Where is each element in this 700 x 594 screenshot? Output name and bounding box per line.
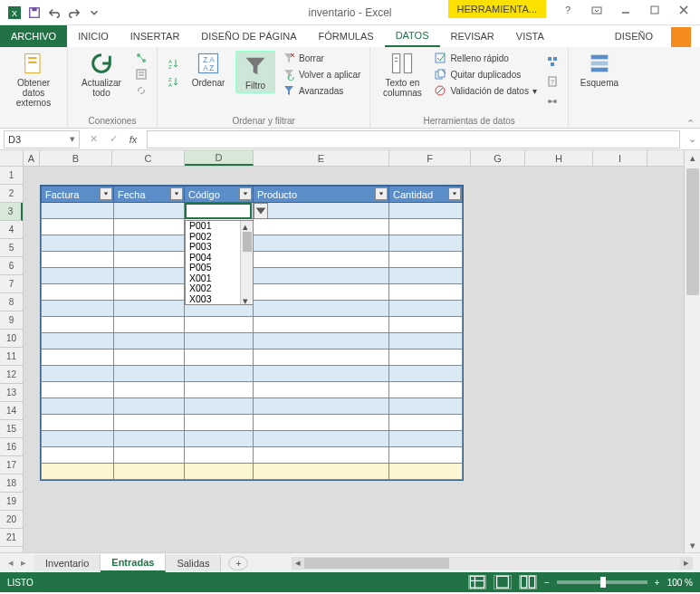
table-cell[interactable] [254, 398, 389, 415]
add-sheet-button[interactable]: + [228, 556, 248, 570]
table-cell[interactable] [185, 431, 254, 447]
table-cell[interactable] [254, 447, 389, 464]
table-cell[interactable] [42, 235, 114, 252]
sort-asc-button[interactable]: AZ [165, 56, 181, 71]
table-cell[interactable] [254, 333, 389, 350]
scroll-thumb[interactable] [243, 232, 252, 252]
select-all-button[interactable] [0, 150, 24, 167]
col-header-b[interactable]: B [40, 150, 112, 166]
table-cell[interactable] [185, 317, 254, 333]
save-icon[interactable] [27, 5, 42, 20]
table-cell[interactable] [254, 301, 389, 317]
scroll-thumb[interactable] [686, 168, 699, 295]
table-cell[interactable] [185, 350, 254, 366]
table-cell[interactable] [42, 415, 114, 431]
volver-aplicar-button[interactable]: Volver a aplicar [281, 67, 362, 81]
close-icon[interactable] [671, 0, 696, 20]
tab-formulas[interactable]: FÓRMULAS [308, 25, 385, 47]
conexiones-button[interactable] [133, 51, 149, 65]
col-header-g[interactable]: G [471, 150, 525, 166]
table-cell[interactable] [389, 268, 463, 284]
row-header-12[interactable]: 12 [0, 366, 23, 384]
data-validation-dropdown-button[interactable] [254, 203, 268, 219]
table-cell[interactable] [254, 268, 389, 284]
dropdown-scrollbar[interactable]: ▴ ▾ [240, 221, 253, 304]
table-cell[interactable] [185, 447, 254, 464]
zoom-thumb[interactable] [600, 577, 606, 588]
table-cell[interactable] [389, 350, 463, 366]
row-header-14[interactable]: 14 [0, 402, 23, 420]
table-cell[interactable] [254, 235, 389, 252]
col-header-h[interactable]: H [525, 150, 593, 166]
table-cell[interactable] [114, 317, 185, 333]
col-header-d[interactable]: D [185, 150, 254, 166]
row-header-16[interactable]: 16 [0, 438, 23, 456]
enter-formula-icon[interactable]: ✓ [103, 130, 123, 148]
table-cell[interactable] [389, 317, 463, 333]
col-header-c[interactable]: C [112, 150, 185, 166]
zoom-in-button[interactable]: + [655, 578, 660, 588]
table-cell[interactable] [254, 317, 389, 333]
ribbon-options-icon[interactable] [584, 0, 609, 20]
scroll-right-icon[interactable]: ▸ [680, 557, 693, 569]
table-cell[interactable] [114, 431, 185, 447]
table-cell[interactable] [185, 464, 254, 480]
dropdown-item[interactable]: X002 [186, 283, 240, 294]
row-header-5[interactable]: 5 [0, 239, 23, 257]
table-cell[interactable] [42, 219, 114, 235]
table-cell[interactable] [42, 268, 114, 284]
table-cell[interactable] [389, 252, 463, 268]
table-cell[interactable] [389, 301, 463, 317]
table-cell[interactable] [389, 366, 463, 382]
name-box[interactable]: D3 ▾ [4, 130, 80, 148]
table-cell[interactable] [254, 464, 389, 480]
table-cell[interactable] [389, 333, 463, 350]
table-cell[interactable] [254, 203, 389, 219]
propiedades-button[interactable] [133, 67, 149, 81]
table-cell[interactable] [114, 333, 185, 350]
scroll-thumb[interactable] [304, 558, 449, 569]
table-cell[interactable] [42, 382, 114, 398]
col-header-e[interactable]: E [254, 150, 389, 166]
table-cell[interactable] [185, 382, 254, 398]
table-cell[interactable] [254, 284, 389, 301]
page-break-view-icon[interactable] [519, 575, 537, 589]
table-cell[interactable] [254, 415, 389, 431]
minimize-icon[interactable] [613, 0, 638, 20]
table-cell[interactable] [185, 415, 254, 431]
row-header-20[interactable]: 20 [0, 511, 23, 529]
table-cell[interactable] [114, 366, 185, 382]
tab-vista[interactable]: VISTA [505, 25, 555, 47]
table-cell[interactable] [42, 350, 114, 366]
insert-function-icon[interactable]: fx [123, 130, 143, 148]
zoom-out-button[interactable]: − [544, 578, 550, 588]
filtro-button[interactable]: Filtro [235, 51, 275, 93]
table-cell[interactable] [42, 301, 114, 317]
horizontal-scrollbar[interactable]: ◂ ▸ [292, 557, 693, 570]
table-cell[interactable] [389, 235, 463, 252]
expand-formula-bar-icon[interactable]: ⌄ [684, 133, 700, 145]
row-header-15[interactable]: 15 [0, 420, 23, 438]
row-header-13[interactable]: 13 [0, 384, 23, 402]
filter-dropdown-button[interactable] [170, 187, 183, 200]
redo-icon[interactable] [67, 5, 82, 20]
consolidar-button[interactable] [544, 54, 561, 69]
dropdown-item[interactable]: P001 [186, 221, 240, 232]
sheet-tab-salidas[interactable]: Salidas [166, 555, 221, 571]
table-cell[interactable] [114, 235, 185, 252]
row-header-18[interactable]: 18 [0, 474, 23, 493]
maximize-icon[interactable] [642, 0, 667, 20]
tab-insertar[interactable]: INSERTAR [120, 25, 191, 47]
sheet-nav-prev-icon[interactable]: ◂ [5, 557, 16, 569]
table-cell[interactable] [42, 284, 114, 301]
dropdown-item[interactable]: P005 [186, 263, 240, 273]
table-cell[interactable] [42, 317, 114, 333]
borrar-filtro-button[interactable]: Borrar [281, 51, 362, 65]
tab-diseno[interactable]: DISEÑO [604, 25, 664, 47]
table-cell[interactable] [254, 366, 389, 382]
row-header-3[interactable]: 3 [0, 203, 23, 221]
tab-revisar[interactable]: REVISAR [440, 25, 505, 47]
table-cell[interactable] [389, 382, 463, 398]
tab-inicio[interactable]: INICIO [67, 25, 120, 47]
table-cell[interactable] [42, 398, 114, 415]
